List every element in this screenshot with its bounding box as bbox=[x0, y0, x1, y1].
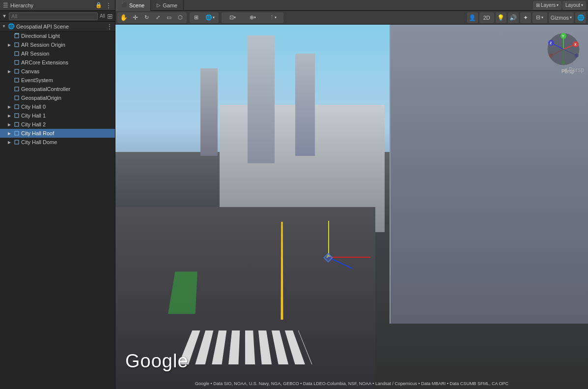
gizmo-svg: X Y Z bbox=[546, 32, 581, 66]
rotate-tool-button[interactable]: ↻ bbox=[141, 13, 152, 23]
item-label: City Hall Dome bbox=[21, 139, 57, 145]
pivot-btn[interactable]: ⊕▾ bbox=[243, 13, 262, 23]
attribution-text: Google • Data SIO, NOAA, U.S. Navy, NGA,… bbox=[120, 381, 583, 386]
list-item[interactable]: ▶ AR Session bbox=[0, 49, 115, 58]
transform-tools-group: ✋ ✛ ↻ ⤢ ▭ ⬡ bbox=[117, 12, 187, 23]
cube-icon bbox=[14, 68, 20, 74]
item-label: City Hall 2 bbox=[21, 121, 46, 127]
svg-text:Z: Z bbox=[550, 41, 552, 45]
list-item[interactable]: ▶ ARCore Extensions bbox=[0, 58, 115, 67]
list-item[interactable]: ▶ Canvas bbox=[0, 67, 115, 76]
list-item[interactable]: ▶ GeospatialController bbox=[0, 85, 115, 93]
light-btn[interactable]: 💡 bbox=[496, 12, 506, 23]
layers-icon: ⊞ bbox=[536, 2, 540, 8]
fx-btn[interactable]: ✦ bbox=[520, 12, 531, 23]
globe-view-btn[interactable]: 🌐 bbox=[575, 12, 586, 23]
right-controls: 👤 2D 💡 🔊 ✦ ⊟▾ Gizmos▾ 🌐 bbox=[467, 12, 586, 23]
cube-icon bbox=[14, 42, 20, 48]
view-mode-group: ⊞ 🌐▾ bbox=[190, 12, 219, 23]
main-layout: ☰ Hierarchy 🔒 ⋮ ▼ All ⊞ ▼ 🌐 Geospatial A… bbox=[0, 0, 588, 389]
item-label: City Hall 1 bbox=[21, 113, 46, 119]
cube-icon bbox=[14, 86, 20, 92]
transform-tool-button[interactable]: ⬡ bbox=[175, 13, 186, 23]
pivot-group: ⊡▾ ⊕▾ ⋮▾ bbox=[222, 12, 283, 23]
svg-rect-10 bbox=[15, 96, 19, 100]
layout-dropdown[interactable]: Layout ▾ bbox=[562, 1, 586, 10]
scale-tool-button[interactable]: ⤢ bbox=[152, 13, 163, 23]
crosswalk bbox=[179, 330, 312, 364]
item-label: Directional Light bbox=[21, 33, 60, 39]
hand-tool-button[interactable]: ✋ bbox=[118, 13, 129, 23]
svg-point-27 bbox=[549, 54, 553, 58]
item-label: GeospatialController bbox=[21, 86, 70, 92]
arrow-right: ▶ bbox=[8, 105, 14, 109]
scene-area: ⬛ Scene ▷ Game ⊞ Layers ▾ Layout bbox=[115, 0, 588, 389]
axis-x-line bbox=[328, 257, 370, 258]
cube-icon bbox=[14, 95, 20, 101]
snap-btn[interactable]: ⋮▾ bbox=[263, 13, 282, 23]
gizmo-arrow: ◀ Persp bbox=[562, 66, 584, 73]
hierarchy-header: ☰ Hierarchy 🔒 ⋮ bbox=[0, 0, 115, 11]
scene-viewport[interactable]: X Y Z bbox=[115, 25, 588, 389]
view-gizmo[interactable]: X Y Z bbox=[546, 32, 581, 66]
google-watermark: Google bbox=[125, 351, 189, 372]
list-item[interactable]: ▶ City Hall 0 bbox=[0, 102, 115, 111]
scene-toolbar: ✋ ✛ ↻ ⤢ ▭ ⬡ ⊞ 🌐▾ ⊡▾ ⊕▾ ⋮▾ bbox=[115, 11, 588, 25]
svg-point-29 bbox=[561, 60, 565, 64]
search-input[interactable] bbox=[9, 12, 98, 20]
layers-dropdown[interactable]: ⊞ Layers ▾ bbox=[533, 1, 561, 10]
building-skyscraper-3 bbox=[200, 68, 218, 156]
scene-menu-icon[interactable]: ⋮ bbox=[106, 23, 113, 30]
rect-tool-button[interactable]: ▭ bbox=[164, 13, 174, 23]
list-item[interactable]: ▶ City Hall 2 bbox=[0, 120, 115, 129]
svg-rect-11 bbox=[15, 105, 19, 109]
building-skyscraper-1 bbox=[248, 35, 275, 163]
svg-rect-0 bbox=[15, 34, 19, 38]
move-tool-button[interactable]: ✛ bbox=[130, 13, 140, 23]
building-right bbox=[390, 25, 588, 324]
list-item[interactable]: ▶ AR Session Origin bbox=[0, 40, 115, 49]
list-item[interactable]: ▶ GeospatialOrigin bbox=[0, 93, 115, 102]
cube-icon bbox=[14, 33, 20, 39]
svg-marker-3 bbox=[15, 33, 19, 34]
layout-label: Layout bbox=[565, 2, 580, 8]
svg-point-31 bbox=[575, 54, 579, 58]
search-extra-icon[interactable]: ⊞ bbox=[107, 12, 113, 20]
chevron-down-icon2: ▾ bbox=[581, 3, 583, 7]
list-item[interactable]: ▶ City Hall 1 bbox=[0, 111, 115, 120]
hierarchy-menu-icon[interactable]: ⋮ bbox=[105, 1, 112, 9]
2d-btn[interactable]: 2D bbox=[479, 12, 494, 23]
svg-rect-15 bbox=[15, 140, 19, 144]
axis-y-line bbox=[328, 221, 329, 258]
tab-scene[interactable]: ⬛ Scene bbox=[115, 0, 151, 11]
cube-icon bbox=[14, 77, 20, 83]
gizmos-btn[interactable]: Gizmos▾ bbox=[549, 12, 574, 23]
list-item[interactable]: ▶ EventSystem bbox=[0, 76, 115, 85]
layers-label: Layers bbox=[541, 2, 556, 8]
lock-icon[interactable]: 🔒 bbox=[95, 2, 102, 8]
cube-icon bbox=[14, 139, 20, 145]
scene-tab-icon: ⬛ bbox=[121, 2, 127, 8]
game-tab-icon: ▷ bbox=[157, 2, 161, 8]
building-skyscraper-2 bbox=[295, 54, 315, 155]
audio-btn[interactable]: 🔊 bbox=[508, 12, 519, 23]
list-item[interactable]: ▶ Directional Light bbox=[0, 31, 115, 40]
scene-root-item[interactable]: ▼ 🌐 Geospatial API Scene ⋮ bbox=[0, 22, 115, 31]
globe-btn[interactable]: 🌐▾ bbox=[202, 13, 218, 23]
arrow-right: ▶ bbox=[8, 122, 14, 127]
account-btn[interactable]: 👤 bbox=[467, 12, 478, 23]
layout-btn[interactable]: ⊡▾ bbox=[223, 13, 242, 23]
hierarchy-title: Hierarchy bbox=[10, 2, 33, 8]
hamburger-icon: ☰ bbox=[3, 2, 8, 9]
list-item-selected[interactable]: ▶ City Hall Roof bbox=[0, 129, 115, 138]
grid-btn[interactable]: ⊞ bbox=[191, 13, 201, 23]
main-area: ☰ Hierarchy 🔒 ⋮ ▼ All ⊞ ▼ 🌐 Geospatial A… bbox=[0, 0, 588, 389]
svg-rect-5 bbox=[15, 52, 19, 56]
layers-scene-btn[interactable]: ⊟▾ bbox=[532, 12, 547, 23]
hierarchy-list: ▶ Directional Light ▶ AR Session Origin … bbox=[0, 31, 115, 389]
tab-game[interactable]: ▷ Game bbox=[151, 0, 184, 11]
item-label: City Hall 0 bbox=[21, 104, 46, 110]
hierarchy-panel: ☰ Hierarchy 🔒 ⋮ ▼ All ⊞ ▼ 🌐 Geospatial A… bbox=[0, 0, 115, 389]
list-item[interactable]: ▶ City Hall Dome bbox=[0, 138, 115, 147]
svg-text:Y: Y bbox=[562, 34, 564, 38]
